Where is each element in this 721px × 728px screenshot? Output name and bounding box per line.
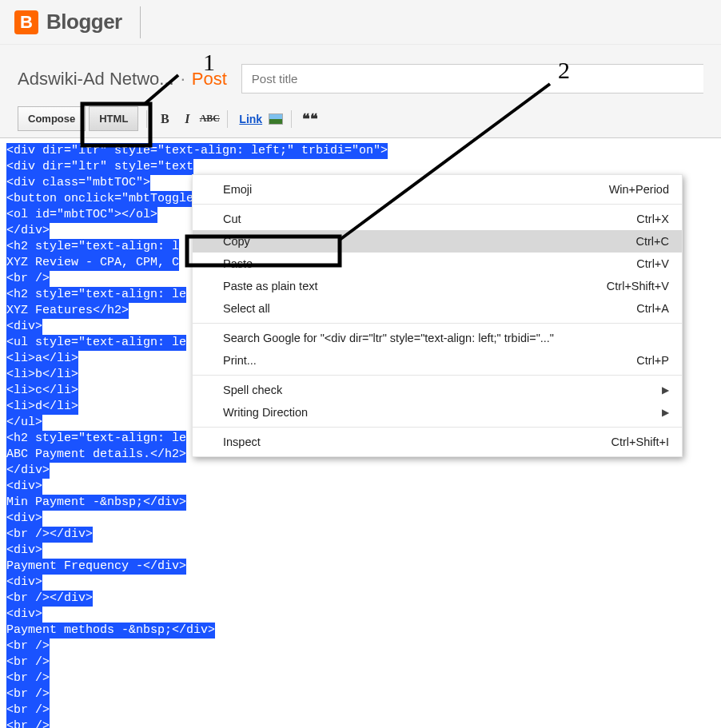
code-line[interactable]: <br /> xyxy=(6,654,50,670)
code-line[interactable]: <h2 style="text-align: l xyxy=(6,239,179,255)
context-menu-item[interactable]: CopyCtrl+C xyxy=(193,230,682,253)
editor-toolbar: Compose HTML B I ABC Link ❝❝ xyxy=(0,101,721,138)
context-menu-shortcut: Ctrl+P xyxy=(636,354,669,367)
context-menu-item[interactable]: PasteCtrl+V xyxy=(193,253,682,275)
html-button[interactable]: HTML xyxy=(89,106,138,131)
blog-name[interactable]: Adswiki-Ad Netwo... xyxy=(18,69,174,90)
code-line[interactable]: <div> xyxy=(6,575,42,591)
code-line[interactable]: </div> xyxy=(6,223,50,239)
code-line[interactable]: </ul> xyxy=(6,415,42,431)
context-menu-separator xyxy=(193,375,682,376)
context-menu-label: Copy xyxy=(223,235,250,248)
context-menu-item[interactable]: EmojiWin+Period xyxy=(193,178,682,201)
code-line[interactable]: <ol id="mbtTOC"></ol> xyxy=(6,207,157,223)
blockquote-icon[interactable]: ❝❝ xyxy=(300,110,321,128)
blogger-wordmark: Blogger xyxy=(46,10,122,34)
toolbar-separator xyxy=(146,110,147,128)
code-line[interactable]: <button onclick="mbtToggle xyxy=(6,191,193,207)
code-line[interactable]: Min Payment -&nbsp;</div> xyxy=(6,495,186,511)
code-line[interactable]: Payment Frequency -</div> xyxy=(6,559,186,575)
context-menu-label: Emoji xyxy=(223,183,252,196)
context-menu-label: Inspect xyxy=(223,436,261,448)
context-menu-label: Writing Direction xyxy=(223,406,308,419)
code-line[interactable]: <br /> xyxy=(6,271,50,287)
context-menu-item[interactable]: Search Google for "<div dir="ltr" style=… xyxy=(193,327,682,349)
italic-icon[interactable]: I xyxy=(177,109,197,129)
code-line[interactable]: <div> xyxy=(6,511,42,527)
context-menu-shortcut: Ctrl+C xyxy=(636,235,670,248)
context-menu-label: Search Google for "<div dir="ltr" style=… xyxy=(223,332,554,344)
context-menu-label: Paste as plain text xyxy=(223,280,318,292)
blogger-icon: B xyxy=(14,10,38,34)
context-menu-shortcut: Win+Period xyxy=(609,183,669,196)
context-menu-label: Select all xyxy=(223,302,270,315)
context-menu-item[interactable]: Paste as plain textCtrl+Shift+V xyxy=(193,275,682,297)
context-menu-shortcut: Ctrl+V xyxy=(636,257,669,270)
code-line[interactable]: <h2 style="text-align: le xyxy=(6,287,186,303)
code-line[interactable]: <br /></div> xyxy=(6,527,93,543)
code-line[interactable]: <br /></div> xyxy=(6,591,93,607)
compose-button[interactable]: Compose xyxy=(18,106,86,131)
code-line[interactable]: </div> xyxy=(6,463,50,479)
code-line[interactable]: <br /> xyxy=(6,702,50,718)
bold-icon[interactable]: B xyxy=(155,109,174,129)
image-icon[interactable] xyxy=(269,113,283,125)
post-title-input[interactable] xyxy=(241,64,703,93)
context-menu-item[interactable]: InspectCtrl+Shift+I xyxy=(193,431,682,453)
code-line[interactable]: <li>a</li> xyxy=(6,351,78,367)
chevron-right-icon: ▶ xyxy=(662,384,669,396)
toolbar-separator xyxy=(291,110,292,128)
context-menu-shortcut: Ctrl+Shift+I xyxy=(611,436,669,448)
code-line[interactable]: <br /> xyxy=(6,670,50,686)
post-keyword: Post xyxy=(192,69,227,90)
toolbar-separator xyxy=(227,110,228,128)
context-menu-item[interactable]: Spell check▶ xyxy=(193,379,682,401)
code-line[interactable]: <div> xyxy=(6,479,42,495)
code-line[interactable]: <div class="mbtTOC"> xyxy=(6,175,150,191)
code-line[interactable]: <div> xyxy=(6,319,42,335)
context-menu-item[interactable]: Print...Ctrl+P xyxy=(193,349,682,372)
code-line[interactable]: <br /> xyxy=(6,718,50,728)
code-line[interactable]: XYZ Features</h2> xyxy=(6,303,129,319)
code-line[interactable]: <div> xyxy=(6,543,42,559)
context-menu-shortcut: Ctrl+A xyxy=(636,302,669,315)
blogger-logo[interactable]: B Blogger xyxy=(14,10,122,34)
code-line[interactable]: <li>d</li> xyxy=(6,399,78,415)
code-line[interactable]: <h2 style="text-align: le xyxy=(6,431,186,447)
code-line[interactable]: ABC Payment details.</h2> xyxy=(6,447,186,463)
context-menu-item[interactable]: Writing Direction▶ xyxy=(193,401,682,424)
context-menu-separator xyxy=(193,323,682,324)
code-line[interactable]: <ul style="text-align: le xyxy=(6,335,186,351)
header-divider xyxy=(140,6,141,38)
context-menu-label: Print... xyxy=(223,354,257,367)
context-menu-separator xyxy=(193,204,682,205)
context-menu: EmojiWin+PeriodCutCtrl+XCopyCtrl+CPasteC… xyxy=(192,174,683,457)
post-title-row: Adswiki-Ad Netwo... · Post xyxy=(0,45,721,101)
code-line[interactable]: XYZ Review - CPA, CPM, C xyxy=(6,255,179,271)
code-line[interactable]: <div> xyxy=(6,607,42,623)
code-line[interactable]: <br /> xyxy=(6,638,50,654)
code-line[interactable]: <li>c</li> xyxy=(6,383,78,399)
context-menu-item[interactable]: CutCtrl+X xyxy=(193,208,682,230)
code-line[interactable]: Payment methods -&nbsp;</div> xyxy=(6,623,215,638)
breadcrumb-separator: · xyxy=(181,69,185,90)
context-menu-separator xyxy=(193,427,682,428)
context-menu-label: Paste xyxy=(223,257,253,270)
code-line[interactable]: <div dir="ltr" style="text xyxy=(6,159,193,175)
code-line[interactable]: <li>b</li> xyxy=(6,367,78,383)
code-line[interactable]: <div dir="ltr" style="text-align: left;"… xyxy=(6,143,388,159)
app-header: B Blogger xyxy=(0,0,721,45)
context-menu-shortcut: Ctrl+X xyxy=(636,213,669,225)
link-button[interactable]: Link xyxy=(236,113,265,125)
context-menu-label: Cut xyxy=(223,213,241,225)
context-menu-item[interactable]: Select allCtrl+A xyxy=(193,297,682,320)
code-line[interactable]: <br /> xyxy=(6,686,50,702)
chevron-right-icon: ▶ xyxy=(662,407,669,418)
context-menu-label: Spell check xyxy=(223,384,282,396)
context-menu-shortcut: Ctrl+Shift+V xyxy=(607,280,669,292)
strikethrough-icon[interactable]: ABC xyxy=(200,109,219,129)
